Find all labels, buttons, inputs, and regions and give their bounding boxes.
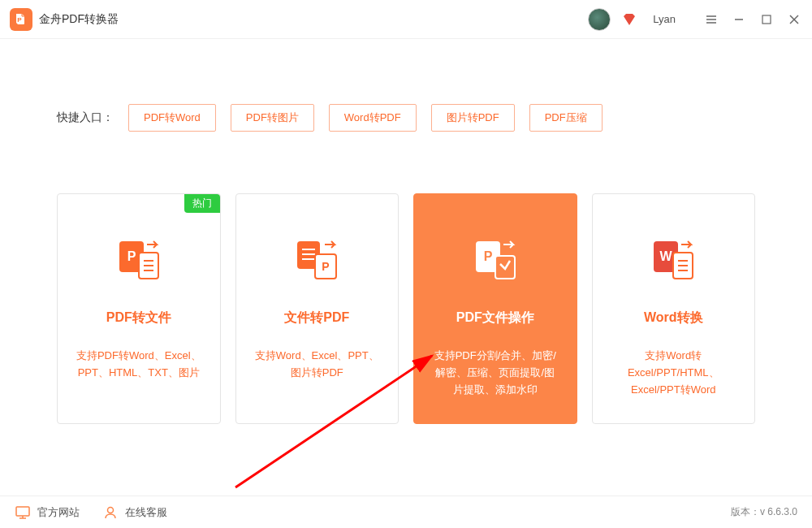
svg-text:P: P [127, 249, 136, 263]
word-convert-icon: W [647, 233, 699, 285]
main-content: 快捷入口： PDF转Word PDF转图片 Word转PDF 图片转PDF PD… [0, 39, 812, 424]
cards-grid: 热门 P PDF转文件 支持PDF转Word、Excel、PPT、HTML、TX… [57, 193, 755, 424]
footer: 官方网站 在线客服 版本：v 6.6.3.0 [0, 496, 812, 528]
app-logo-icon: P [10, 8, 32, 31]
file-to-pdf-icon: P [291, 233, 343, 285]
footer-website-text: 官方网站 [37, 505, 80, 520]
card-title: Word转换 [644, 309, 703, 327]
footer-website-link[interactable]: 官方网站 [15, 504, 80, 521]
quick-entry-row: 快捷入口： PDF转Word PDF转图片 Word转PDF 图片转PDF PD… [57, 104, 755, 132]
headset-icon [102, 504, 119, 521]
maximize-button[interactable] [758, 11, 775, 28]
titlebar: P 金舟PDF转换器 Lyan [0, 0, 812, 39]
diamond-icon[interactable] [622, 12, 637, 27]
card-word-convert[interactable]: W Word转换 支持Word转Excel/PPT/HTML、Excel/PPT… [592, 193, 756, 424]
svg-text:P: P [322, 260, 330, 273]
footer-version: 版本：v 6.6.3.0 [731, 505, 797, 519]
menu-button[interactable] [703, 11, 719, 28]
monitor-icon [15, 504, 31, 521]
card-pdf-operations[interactable]: P PDF文件操作 支持PDF分割/合并、加密/解密、压缩、页面提取/图片提取、… [413, 193, 577, 424]
hot-badge: 热门 [184, 194, 220, 213]
pdf-to-file-icon: P [113, 233, 165, 285]
svg-text:W: W [660, 249, 673, 263]
footer-support-link[interactable]: 在线客服 [102, 504, 167, 521]
version-label: 版本： [731, 506, 760, 517]
svg-rect-5 [762, 15, 771, 24]
titlebar-right: Lyan [588, 8, 802, 31]
version-value: v 6.6.3.0 [760, 506, 797, 517]
quick-btn-word-to-pdf[interactable]: Word转PDF [329, 104, 417, 132]
avatar[interactable] [588, 8, 611, 31]
app-title: 金舟PDF转换器 [39, 12, 119, 27]
quick-btn-pdf-to-word[interactable]: PDF转Word [128, 104, 216, 132]
svg-point-33 [108, 507, 114, 513]
card-file-to-pdf[interactable]: P 文件转PDF 支持Word、Excel、PPT、图片转PDF [235, 193, 400, 424]
card-title: PDF转文件 [106, 309, 171, 327]
card-desc: 支持PDF转Word、Excel、PPT、HTML、TXT、图片 [71, 348, 207, 382]
svg-text:P: P [483, 249, 492, 263]
quick-btn-pdf-compress[interactable]: PDF压缩 [529, 104, 603, 132]
titlebar-left: P 金舟PDF转换器 [10, 8, 119, 31]
card-desc: 支持Word转Excel/PPT/HTML、Excel/PPT转Word [606, 348, 742, 398]
username-label: Lyan [653, 13, 676, 25]
quick-btn-image-to-pdf[interactable]: 图片转PDF [431, 104, 515, 132]
card-desc: 支持Word、Excel、PPT、图片转PDF [249, 348, 386, 382]
minimize-button[interactable] [731, 11, 747, 28]
quick-entry-label: 快捷入口： [57, 110, 114, 125]
svg-text:P: P [17, 16, 22, 24]
card-desc: 支持PDF分割/合并、加密/解密、压缩、页面提取/图片提取、添加水印 [427, 348, 564, 398]
card-pdf-to-file[interactable]: 热门 P PDF转文件 支持PDF转Word、Excel、PPT、HTML、TX… [57, 193, 221, 424]
footer-support-text: 在线客服 [125, 505, 167, 520]
svg-rect-30 [16, 507, 29, 516]
close-button[interactable] [786, 11, 802, 28]
pdf-operations-icon: P [469, 233, 521, 285]
quick-btn-pdf-to-image[interactable]: PDF转图片 [231, 104, 314, 132]
card-title: PDF文件操作 [456, 309, 534, 327]
card-title: 文件转PDF [284, 309, 349, 327]
